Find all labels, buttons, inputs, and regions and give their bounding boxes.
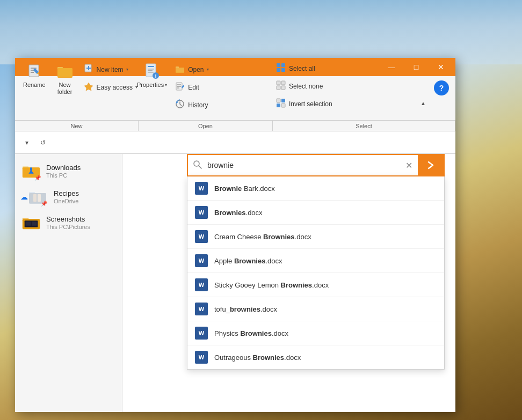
- edit-button[interactable]: Edit: [172, 79, 236, 95]
- search-icon: [188, 160, 207, 171]
- svg-rect-21: [176, 68, 184, 72]
- new-folder-label: Newfolder: [57, 82, 73, 95]
- help-button[interactable]: ?: [434, 80, 449, 95]
- word-icon-4: W: [195, 254, 208, 267]
- content-area: 📌 Downloads This PC ☁: [15, 154, 455, 412]
- word-icon-2: W: [195, 206, 208, 219]
- word-icon-5: W: [195, 278, 208, 291]
- svg-rect-16: [148, 72, 154, 73]
- svg-rect-38: [277, 104, 280, 107]
- svg-rect-30: [277, 68, 280, 72]
- svg-rect-15: [148, 70, 153, 71]
- result-text-2: Brownies.docx: [214, 209, 263, 217]
- new-folder-icon: [56, 63, 74, 80]
- svg-rect-55: [32, 222, 37, 226]
- recipes-text: Recipes OneDrive: [54, 189, 115, 204]
- new-item-icon: [83, 63, 94, 76]
- svg-rect-13: [148, 66, 154, 67]
- ribbon: ▲ ?: [15, 76, 455, 131]
- select-all-icon: [276, 62, 286, 75]
- search-result-6[interactable]: W tofu_brownies.docx: [187, 297, 444, 321]
- sidebar-item-screenshots[interactable]: Screenshots This PC\Pictures: [15, 210, 122, 235]
- svg-rect-39: [281, 104, 285, 107]
- sidebar-item-downloads[interactable]: 📌 Downloads This PC: [15, 158, 122, 184]
- close-button[interactable]: ✕: [429, 58, 453, 76]
- new-item-label: New item: [97, 66, 124, 73]
- search-result-3[interactable]: W Cream Cheese Brownies.docx: [187, 225, 444, 249]
- word-icon-7: W: [195, 327, 208, 340]
- svg-rect-36: [277, 99, 280, 102]
- new-item-arrow: ▾: [126, 67, 128, 72]
- properties-label: Properties: [137, 82, 164, 89]
- sidebar-item-recipes[interactable]: ☁ 📌: [15, 184, 122, 210]
- search-result-2[interactable]: W Brownies.docx: [187, 201, 444, 225]
- properties-button[interactable]: i Properties ▾: [133, 60, 171, 91]
- new-folder-button[interactable]: Newfolder: [50, 60, 79, 98]
- result-text-4: Apple Brownies.docx: [214, 257, 282, 265]
- svg-rect-35: [281, 86, 285, 90]
- new-group-label: New: [15, 121, 139, 131]
- search-go-button[interactable]: [418, 154, 444, 176]
- invert-selection-button[interactable]: Invert selection: [273, 95, 348, 112]
- cloud-icon: ☁: [20, 193, 28, 201]
- edit-label: Edit: [188, 84, 199, 91]
- dropdown-button[interactable]: ▾: [19, 135, 34, 150]
- result-text-6: tofu_brownies.docx: [214, 305, 277, 313]
- maximize-button[interactable]: □: [404, 58, 429, 76]
- minimize-button[interactable]: —: [379, 58, 404, 76]
- sidebar: 📌 Downloads This PC ☁: [15, 154, 122, 412]
- select-none-button[interactable]: Select none: [273, 78, 348, 94]
- background-clouds: [0, 0, 522, 64]
- svg-rect-8: [57, 68, 73, 77]
- search-result-4[interactable]: W Apple Brownies.docx: [187, 249, 444, 273]
- rename-icon: [26, 63, 43, 80]
- select-none-icon: [276, 80, 286, 92]
- history-button[interactable]: History: [172, 97, 236, 113]
- search-result-1[interactable]: W Brownie Bark.docx: [187, 176, 444, 201]
- open-label: Open: [188, 66, 204, 73]
- svg-rect-32: [277, 81, 280, 85]
- word-icon-1: W: [195, 182, 208, 195]
- screenshots-text: Screenshots This PC\Pictures: [46, 215, 115, 230]
- search-clear-button[interactable]: ✕: [400, 160, 418, 171]
- screenshots-folder-icon: [21, 213, 41, 232]
- pin-icon-2: 📌: [41, 201, 47, 207]
- search-box: ✕: [187, 154, 445, 176]
- svg-rect-33: [281, 81, 285, 85]
- search-result-8[interactable]: W Outrageous Brownies.docx: [187, 345, 444, 369]
- svg-rect-37: [281, 99, 285, 102]
- recipes-sub: OneDrive: [54, 198, 115, 204]
- recipes-name: Recipes: [54, 189, 115, 197]
- svg-rect-54: [26, 222, 31, 226]
- screenshots-sub: This PC\Pictures: [46, 224, 115, 230]
- search-result-5[interactable]: W Sticky Gooey Lemon Brownies.docx: [187, 273, 444, 297]
- address-bar: ▾ ↺ ?: [15, 131, 455, 154]
- search-dropdown: W Brownie Bark.docx W Brownies.docx W: [187, 176, 445, 370]
- file-area: ✕ W Brownie Bark.docx: [122, 154, 455, 412]
- easy-access-icon: [83, 81, 94, 93]
- result-text-1: Brownie Bark.docx: [214, 185, 275, 193]
- rename-button[interactable]: Rename: [19, 60, 49, 91]
- refresh-button[interactable]: ↺: [35, 135, 50, 150]
- svg-rect-29: [281, 63, 285, 67]
- downloads-text: Downloads This PC: [46, 164, 115, 179]
- open-arrow: ▾: [207, 67, 209, 72]
- properties-arrow: ▾: [165, 83, 167, 87]
- search-container: ✕ W Brownie Bark.docx: [187, 154, 445, 370]
- svg-text:i: i: [155, 73, 157, 79]
- properties-icon: i: [143, 63, 161, 80]
- svg-rect-48: [33, 194, 37, 202]
- easy-access-label: Easy access: [97, 84, 133, 91]
- ribbon-collapse-button[interactable]: ▲: [416, 95, 431, 110]
- open-button[interactable]: Open ▾: [172, 61, 236, 78]
- select-all-button[interactable]: Select all: [273, 60, 348, 77]
- search-input[interactable]: [207, 161, 400, 170]
- pin-icon: 📌: [34, 175, 41, 181]
- word-icon-6: W: [195, 303, 208, 315]
- open-icon: [175, 63, 185, 76]
- recipes-folder-icon: 📌: [28, 187, 47, 207]
- search-result-7[interactable]: W Physics Brownies.docx: [187, 321, 444, 345]
- screenshots-name: Screenshots: [46, 215, 115, 223]
- invert-selection-icon: [276, 98, 286, 110]
- svg-line-57: [199, 166, 201, 168]
